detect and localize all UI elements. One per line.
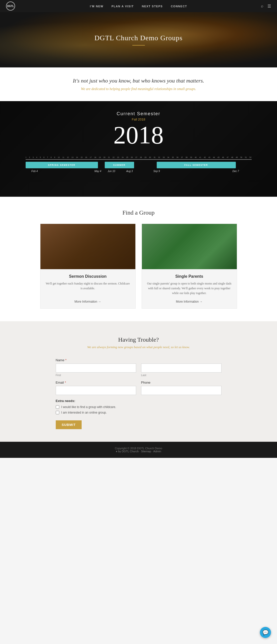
email-group: Email *	[56, 381, 136, 395]
card-single-image	[142, 224, 237, 269]
card-single-desc: Our single parents' group is open to bot…	[147, 281, 232, 296]
card-single-body: Single Parents Our single parents' group…	[142, 269, 237, 308]
phone-group: Phone	[141, 381, 221, 395]
hero-section: DGTL Church Demo Groups	[0, 12, 277, 67]
timeline-bars: SPRING SEMESTER SUMMER FALL SEMESTER Feb…	[26, 162, 252, 177]
semester-sub: Fall 2018	[132, 117, 145, 121]
timeline-line	[26, 159, 252, 160]
card-sermon-body: Sermon Discussion We'll get together eac…	[40, 269, 135, 308]
date-aug3: Aug 3	[126, 170, 133, 173]
phone-input[interactable]	[141, 386, 221, 395]
card-sermon: Sermon Discussion We'll get together eac…	[40, 224, 136, 309]
spring-semester-bar: SPRING SEMESTER	[26, 162, 98, 168]
trouble-title: Having Trouble?	[15, 336, 262, 343]
footer-copyright: Copyright © 2018 DGTL Church Demo	[5, 447, 272, 450]
hero-divider	[132, 45, 145, 46]
trouble-form: Name * First Last Email * P	[56, 358, 221, 429]
summer-bar: SUMMER	[105, 162, 134, 168]
navigation: DGTL I'M NEW PLAN A VISIT NEXT STEPS CON…	[0, 0, 277, 12]
nav-im-new[interactable]: I'M NEW	[90, 5, 103, 8]
last-name-label	[141, 358, 221, 362]
checkbox-online[interactable]	[56, 411, 59, 414]
last-name-group: Last	[141, 358, 221, 377]
footer-links: ♦ by DGTL Church · Sitemap · Admin	[5, 450, 272, 453]
first-name-input[interactable]	[56, 364, 136, 373]
nav-right: ⌕ ☰	[261, 4, 271, 9]
footer-by-link[interactable]: by DGTL Church	[118, 450, 139, 453]
nav-next-steps[interactable]: NEXT STEPS	[142, 5, 163, 8]
semester-section: Current Semester Fall 2018 2018 123 456 …	[0, 101, 277, 197]
tagline-sub: We are dedicated to helping people find …	[5, 87, 272, 91]
extra-needs-section: Extra needs: I would like to find a grou…	[56, 399, 221, 429]
trouble-section: Having Trouble? We are always forming ne…	[0, 321, 277, 442]
submit-button[interactable]: SUBMIT	[56, 420, 82, 429]
date-jun10: Jun 10	[107, 170, 115, 173]
semester-label: Current Semester	[117, 111, 160, 116]
trouble-sub: We are always forming new groups based o…	[15, 345, 262, 349]
timeline-numbers: 123 456 789 101112 131415 161718 192021 …	[26, 156, 252, 158]
semester-year: 2018	[114, 121, 164, 149]
date-may4: May 4	[94, 170, 101, 173]
footer-admin-link[interactable]: Admin	[153, 450, 161, 453]
card-single-link[interactable]: More Information →	[147, 300, 232, 303]
checkbox-online-label: I am interested in an online group.	[61, 411, 107, 414]
last-label: Last	[141, 374, 221, 377]
timeline: 123 456 789 101112 131415 161718 192021 …	[26, 156, 252, 177]
email-phone-row: Email * Phone	[56, 381, 221, 395]
group-cards: Sermon Discussion We'll get together eac…	[15, 224, 262, 309]
menu-icon[interactable]: ☰	[267, 4, 271, 9]
first-label: First	[56, 374, 136, 377]
card-sermon-desc: We'll get together each Sunday night to …	[45, 281, 130, 296]
logo[interactable]: DGTL	[6, 2, 15, 11]
nav-links: I'M NEW PLAN A VISIT NEXT STEPS CONNECT	[90, 4, 187, 8]
date-dec7: Dec 7	[232, 170, 239, 173]
card-sermon-title: Sermon Discussion	[45, 274, 130, 279]
nav-plan-visit[interactable]: PLAN A VISIT	[112, 5, 134, 8]
checkbox-online-row: I am interested in an online group.	[56, 411, 221, 414]
search-icon[interactable]: ⌕	[261, 4, 263, 8]
fall-semester-bar: FALL SEMESTER	[157, 162, 236, 168]
tagline-main: It's not just who you know, but who know…	[5, 77, 272, 84]
card-single: Single Parents Our single parents' group…	[142, 224, 237, 309]
email-label: Email *	[56, 381, 136, 384]
email-required-star: *	[65, 381, 66, 384]
extra-needs-label: Extra needs:	[56, 399, 221, 403]
name-label: Name *	[56, 358, 136, 362]
checkbox-childcare-label: I would like to find a group with childc…	[61, 405, 116, 409]
checkbox-childcare-row: I would like to find a group with childc…	[56, 405, 221, 409]
phone-label: Phone	[141, 381, 221, 384]
date-feb4: Feb 4	[31, 170, 38, 173]
tagline-section: It's not just who you know, but who know…	[0, 67, 277, 101]
email-input[interactable]	[56, 386, 136, 395]
nav-connect[interactable]: CONNECT	[171, 5, 187, 8]
hero-title: DGTL Church Demo Groups	[94, 34, 183, 42]
card-sermon-image	[40, 224, 135, 269]
name-row: Name * First Last	[56, 358, 221, 377]
find-group-title: Find a Group	[15, 209, 262, 216]
footer: Copyright © 2018 DGTL Church Demo ♦ by D…	[0, 442, 277, 458]
footer-sitemap-link[interactable]: Sitemap	[141, 450, 151, 453]
find-group-section: Find a Group Sermon Discussion We'll get…	[0, 197, 277, 321]
required-star: *	[65, 358, 67, 362]
card-single-title: Single Parents	[147, 274, 232, 279]
card-sermon-link[interactable]: More Information →	[45, 300, 130, 303]
last-name-input[interactable]	[141, 364, 221, 373]
date-sep9: Sep 9	[153, 170, 160, 173]
first-name-group: Name * First	[56, 358, 136, 377]
checkbox-childcare[interactable]	[56, 405, 59, 409]
